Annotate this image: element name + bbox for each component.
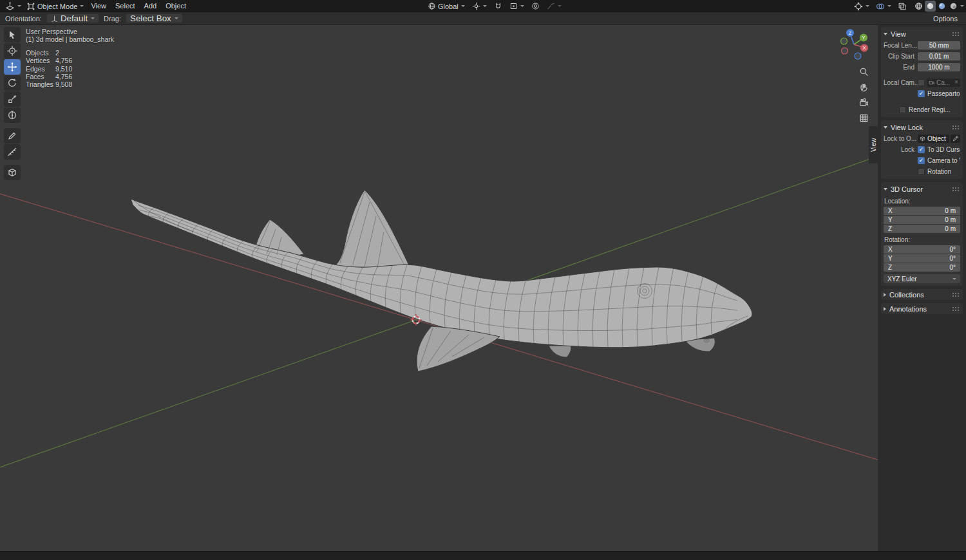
clear-camera-icon[interactable]: × [954,79,958,86]
camera-view-button[interactable] [858,97,869,108]
render-region-checkbox[interactable] [899,106,906,113]
pan-button[interactable] [858,81,869,93]
menu-add[interactable]: Add [140,0,162,12]
lock-to-3d-cursor-checkbox[interactable]: ✓ [918,146,925,153]
cursor-rotation-z[interactable]: Z0° [884,263,960,272]
viewport-nav-buttons [858,66,869,124]
move-tool[interactable] [4,59,21,75]
orientation-settings-label: Orientation: [5,15,42,23]
drag-mode-dropdown[interactable]: Select Box [126,14,183,23]
dorsal-fin-front [334,190,410,270]
shading-solid-button[interactable] [925,1,936,12]
panel-drag-grip[interactable] [952,187,960,191]
collapse-arrow-icon [884,188,887,191]
panel-3d-cursor-header[interactable]: 3D Cursor [884,183,960,194]
header-center-cluster: Global [425,0,564,12]
measure-tool[interactable] [4,144,21,160]
lock-to-object-value: Object [927,135,946,142]
axis-navigation-gizmo[interactable]: Z Y X [835,27,873,63]
panel-view-header[interactable]: View [884,28,960,39]
panel-view-lock: View Lock Lock to O... Object Lock ✓ To … [881,120,963,179]
show-gizmos-dropdown[interactable] [851,1,872,12]
panel-3d-cursor-title: 3D Cursor [891,185,923,193]
pencil-icon [7,131,17,141]
add-primitive-tool[interactable] [4,165,21,180]
cursor-location-label: Location: [884,198,960,205]
axes-icon [51,15,58,22]
mode-dropdown[interactable]: Object Mode [24,1,86,12]
rotation-mode-dropdown[interactable]: XYZ Euler [884,274,960,283]
cursor-location-sliders: X0 m Y0 m Z0 m [884,207,960,233]
proportional-editing-icon [531,2,540,10]
cursor-location-y[interactable]: Y0 m [884,216,960,224]
local-camera-label: Local Cam... [884,79,918,86]
pivot-point-dropdown[interactable] [469,1,489,12]
cursor-rotation-y[interactable]: Y0° [884,254,960,263]
tool-orientation-dropdown[interactable]: Default [46,14,99,23]
rotation-mode-value: XYZ Euler [887,275,917,283]
annotate-tool[interactable] [4,128,21,144]
panel-drag-grip[interactable] [952,292,960,297]
passepartout-checkbox[interactable]: ✓ [918,90,925,97]
solid-sphere-icon [926,2,934,10]
status-bar [0,551,966,560]
eyedropper-button[interactable] [951,135,960,143]
shark-model-wireframe[interactable] [131,190,752,371]
header-right-cluster [851,0,964,12]
panel-annotations-header[interactable]: Annotations [884,303,960,314]
snap-toggle[interactable] [491,1,505,12]
collapse-arrow-icon [884,33,887,35]
menu-view[interactable]: View [86,0,111,12]
ruler-icon [7,147,17,157]
show-overlays-dropdown[interactable] [873,1,894,12]
overlays-icon [876,2,885,11]
snap-settings-dropdown[interactable] [507,1,527,12]
panel-view-title: View [891,30,906,38]
sidebar-tab-view[interactable]: View [869,126,878,163]
menu-select[interactable]: Select [111,0,140,12]
panel-drag-grip[interactable] [952,125,960,129]
clip-start-field[interactable]: 0.01 m [918,52,960,61]
panel-drag-grip[interactable] [952,306,960,311]
camera-to-view-checkbox[interactable]: ✓ [918,157,925,164]
select-box-tool[interactable] [4,27,21,42]
cursor-location-z[interactable]: Z0 m [884,225,960,233]
shading-options-caret[interactable] [960,5,964,7]
local-camera-field[interactable]: Ca... × [927,79,960,87]
object-data-icon [920,136,925,142]
options-button[interactable]: Options [929,14,962,23]
cursor-location-x[interactable]: X0 m [884,207,960,215]
lock-rotation-label: Rotation [927,168,951,175]
3d-viewport[interactable] [0,0,966,560]
rotate-tool[interactable] [4,75,21,91]
proportional-falloff-dropdown[interactable] [544,1,564,12]
lock-to-object-field[interactable]: Object [918,135,949,143]
cursor-tool[interactable] [4,43,21,59]
proportional-editing-toggle[interactable] [529,1,542,12]
shading-material-button[interactable] [936,1,947,12]
xray-toggle[interactable] [895,1,909,12]
local-camera-value: Ca... [936,79,950,86]
transform-orientation-dropdown[interactable]: Global [425,1,468,12]
panel-annotations-title: Annotations [889,305,927,313]
transform-tool[interactable] [4,107,21,123]
panel-collections-header[interactable]: Collections [884,289,960,300]
perspective-toggle-button[interactable] [858,112,869,124]
focal-length-field[interactable]: 50 mm [918,41,960,50]
scale-tool[interactable] [4,91,21,107]
lock-rotation-checkbox[interactable] [918,168,925,175]
zoom-button[interactable] [858,66,869,77]
local-camera-checkbox[interactable] [918,79,925,86]
panel-view-lock-title: View Lock [891,124,923,131]
panel-drag-grip[interactable] [952,32,960,36]
panel-view-lock-header[interactable]: View Lock [884,122,960,133]
menu-object[interactable]: Object [161,0,191,12]
drag-settings-label: Drag: [104,15,121,23]
shading-wireframe-button[interactable] [913,1,924,12]
toolbar [4,27,21,181]
cursor-rotation-x[interactable]: X0° [884,245,960,254]
shading-rendered-button[interactable] [948,1,959,12]
3d-cursor-tool-icon [7,46,17,56]
clip-end-field[interactable]: 1000 m [918,63,960,71]
editor-type-button[interactable] [3,1,24,12]
